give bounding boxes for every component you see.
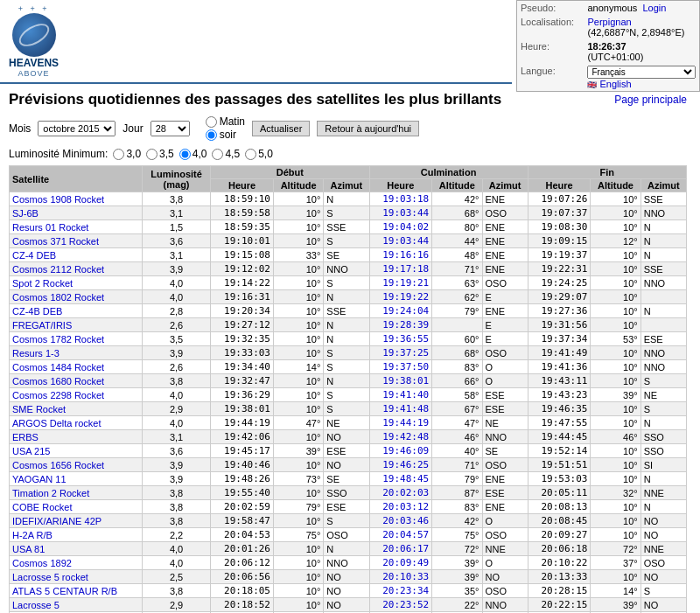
lum-radio-40[interactable] [179, 149, 191, 160]
table-row[interactable]: CZ-4 DEB 3,1 19:15:08 33° SE 19:16:16 48… [10, 248, 687, 262]
lum-radio-45[interactable] [212, 149, 223, 160]
sat-name[interactable]: USA 81 [10, 542, 143, 556]
sat-link[interactable]: Lacrosse 5 rocket [12, 572, 88, 582]
sat-link[interactable]: Resurs 1-3 [12, 348, 60, 359]
sat-link[interactable]: IDEFIX/ARIANE 42P [12, 516, 102, 526]
sat-link[interactable]: Lacrosse 5 [12, 600, 60, 610]
table-row[interactable]: USA 215 3,6 19:45:17 39° ESE 19:46:09 40… [10, 444, 687, 458]
sat-link[interactable]: Cosmos 1782 Rocket [12, 334, 104, 345]
sat-link[interactable]: Cosmos 1484 Rocket [12, 362, 104, 373]
sat-name[interactable]: ARGOS Delta rocket [10, 416, 143, 430]
table-row[interactable]: IDEFIX/ARIANE 42P 3,8 19:58:47 10° S 20:… [10, 514, 687, 528]
table-row[interactable]: Cosmos 371 Rocket 3,6 19:10:01 10° S 19:… [10, 234, 687, 248]
sat-name[interactable]: Cosmos 1782 Rocket [10, 332, 143, 346]
matin-radio[interactable] [206, 116, 217, 128]
logo[interactable]: + + + HEAVENS ABOVE [9, 4, 59, 78]
table-row[interactable]: Spot 2 Rocket 4,0 19:14:22 10° S 19:19:2… [10, 276, 687, 290]
sat-link[interactable]: SJ-6B [12, 208, 38, 219]
sat-name[interactable]: Cosmos 1656 Rocket [10, 458, 143, 472]
table-row[interactable]: Timation 2 Rocket 3,8 19:55:40 10° SSO 2… [10, 486, 687, 500]
sat-name[interactable]: Cosmos 2298 Rocket [10, 388, 143, 402]
table-row[interactable]: Resurs 1-3 3,9 19:33:03 10° S 19:37:25 6… [10, 346, 687, 360]
today-button[interactable]: Retour à aujourd'hui [317, 121, 419, 136]
sat-link[interactable]: ARGOS Delta rocket [12, 418, 101, 428]
sat-link[interactable]: Cosmos 1892 [12, 558, 72, 568]
table-row[interactable]: H-2A R/B 2,2 20:04:53 75° OSO 20:04:57 7… [10, 528, 687, 542]
sat-name[interactable]: ERBS [10, 430, 143, 444]
sat-link[interactable]: Cosmos 1680 Rocket [12, 376, 104, 387]
sat-name[interactable]: SJ-6B [10, 206, 143, 220]
sat-link[interactable]: ATLAS 5 CENTAUR R/B [12, 586, 117, 596]
sat-name[interactable]: Cosmos 2112 Rocket [10, 262, 143, 276]
english-link[interactable]: English [600, 79, 632, 89]
table-row[interactable]: Lacrosse 5 2,9 20:18:52 10° NO 20:23:52 … [10, 598, 687, 612]
sat-name[interactable]: Cosmos 1892 [10, 556, 143, 570]
sat-name[interactable]: COBE Rocket [10, 500, 143, 514]
table-row[interactable]: SME Rocket 2,9 19:38:01 10° S 19:41:48 6… [10, 402, 687, 416]
sat-name[interactable]: USA 215 [10, 444, 143, 458]
update-button[interactable]: Actualiser [252, 121, 310, 136]
sat-link[interactable]: FREGAT/IRIS [12, 320, 72, 331]
sat-link[interactable]: Timation 2 Rocket [12, 488, 89, 498]
mois-select[interactable]: octobre 2015 [38, 121, 116, 136]
sat-link[interactable]: COBE Rocket [12, 502, 72, 512]
sat-link[interactable]: Cosmos 2298 Rocket [12, 390, 104, 401]
sat-name[interactable]: Resurs 1-3 [10, 346, 143, 360]
sat-link[interactable]: Cosmos 1802 Rocket [12, 292, 104, 303]
login-link[interactable]: Login [642, 3, 666, 13]
table-row[interactable]: SJ-6B 3,1 18:59:58 10° S 19:03:44 68° OS… [10, 206, 687, 220]
sat-link[interactable]: Cosmos 2112 Rocket [12, 264, 104, 275]
sat-link[interactable]: USA 215 [12, 446, 50, 456]
table-row[interactable]: YAOGAN 11 3,9 19:48:26 73° SE 19:48:45 7… [10, 472, 687, 486]
sat-name[interactable]: Spot 2 Rocket [10, 276, 143, 290]
table-row[interactable]: Resurs 01 Rocket 1,5 18:59:35 10° SSE 19… [10, 220, 687, 234]
table-row[interactable]: Cosmos 1908 Rocket 3,8 18:59:10 10° N 19… [10, 192, 687, 206]
sat-link[interactable]: SME Rocket [12, 404, 66, 414]
sat-name[interactable]: Cosmos 1802 Rocket [10, 290, 143, 304]
table-row[interactable]: Lacrosse 5 rocket 2,5 20:06:56 10° NO 20… [10, 570, 687, 584]
sat-name[interactable]: Cosmos 371 Rocket [10, 234, 143, 248]
table-row[interactable]: ARGOS Delta rocket 4,0 19:44:19 47° NE 1… [10, 416, 687, 430]
table-row[interactable]: CZ-4B DEB 2,8 19:20:34 10° SSE 19:24:04 … [10, 304, 687, 318]
sat-link[interactable]: ERBS [12, 432, 38, 442]
table-row[interactable]: ERBS 3,1 19:42:06 10° NO 19:42:48 46° NN… [10, 430, 687, 444]
main-page-link[interactable]: Page principale [614, 94, 687, 106]
lum-radio-35[interactable] [146, 149, 158, 160]
sat-name[interactable]: ATLAS 5 CENTAUR R/B [10, 584, 143, 598]
sat-link[interactable]: Spot 2 Rocket [12, 278, 73, 289]
sat-link[interactable]: H-2A R/B [12, 530, 52, 540]
sat-name[interactable]: Cosmos 1908 Rocket [10, 192, 143, 206]
sat-link[interactable]: Cosmos 1908 Rocket [12, 194, 104, 205]
table-row[interactable]: Cosmos 2298 Rocket 4,0 19:36:29 10° S 19… [10, 388, 687, 402]
sat-name[interactable]: Lacrosse 5 [10, 598, 143, 612]
sat-link[interactable]: USA 81 [12, 544, 45, 554]
jour-select[interactable]: 28 [150, 121, 190, 136]
lum-radio-30[interactable] [113, 149, 124, 160]
table-row[interactable]: USA 81 4,0 20:01:26 10° N 20:06:17 72° N… [10, 542, 687, 556]
sat-link[interactable]: Cosmos 371 Rocket [12, 236, 99, 247]
sat-name[interactable]: H-2A R/B [10, 528, 143, 542]
table-row[interactable]: Cosmos 1892 4,0 20:06:12 10° NNO 20:09:4… [10, 556, 687, 570]
table-row[interactable]: Cosmos 1484 Rocket 2,6 19:34:40 14° S 19… [10, 360, 687, 374]
location-link[interactable]: Perpignan [587, 17, 631, 27]
table-row[interactable]: Cosmos 2112 Rocket 3,9 19:12:02 10° NNO … [10, 262, 687, 276]
sat-link[interactable]: YAOGAN 11 [12, 474, 66, 484]
sat-name[interactable]: YAOGAN 11 [10, 472, 143, 486]
table-row[interactable]: COBE Rocket 3,8 20:02:59 79° ESE 20:03:1… [10, 500, 687, 514]
sat-name[interactable]: FREGAT/IRIS [10, 318, 143, 332]
sat-name[interactable]: CZ-4B DEB [10, 304, 143, 318]
sat-name[interactable]: SME Rocket [10, 402, 143, 416]
sat-name[interactable]: IDEFIX/ARIANE 42P [10, 514, 143, 528]
soir-radio[interactable] [206, 129, 217, 141]
langue-select[interactable]: Français [587, 66, 696, 79]
table-row[interactable]: Cosmos 1656 Rocket 3,9 19:40:46 10° NO 1… [10, 458, 687, 472]
sat-name[interactable]: Cosmos 1484 Rocket [10, 360, 143, 374]
table-row[interactable]: Cosmos 1802 Rocket 4,0 19:16:31 10° N 19… [10, 290, 687, 304]
sat-name[interactable]: Timation 2 Rocket [10, 486, 143, 500]
sat-link[interactable]: CZ-4B DEB [12, 306, 62, 317]
table-row[interactable]: ATLAS 5 CENTAUR R/B 3,8 20:18:05 10° NO … [10, 584, 687, 598]
table-row[interactable]: Cosmos 1782 Rocket 3,5 19:32:35 10° N 19… [10, 332, 687, 346]
sat-name[interactable]: CZ-4 DEB [10, 248, 143, 262]
sat-link[interactable]: CZ-4 DEB [12, 250, 56, 261]
lum-radio-50[interactable] [245, 149, 256, 160]
